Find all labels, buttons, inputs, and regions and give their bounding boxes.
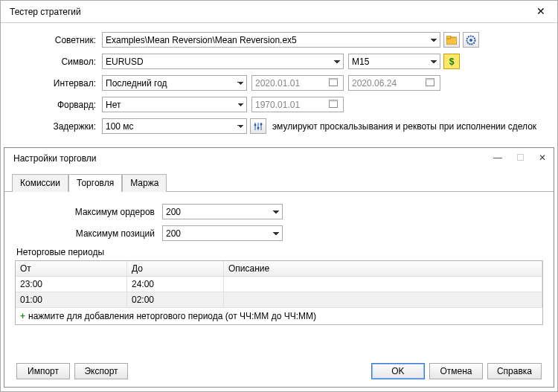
settings-titlebar: Настройки торговли — ☐ ✕ xyxy=(4,148,554,169)
svg-point-3 xyxy=(469,39,472,42)
titlebar: Тестер стратегий ✕ xyxy=(1,1,557,23)
symbol-label: Символ: xyxy=(14,57,102,67)
advisor-label: Советник: xyxy=(14,35,102,45)
add-period-row[interactable]: + нажмите для добавления неторгового пер… xyxy=(16,307,542,324)
col-from-header[interactable]: От xyxy=(16,261,127,276)
cancel-button[interactable]: Отмена xyxy=(429,363,483,379)
symbol-select[interactable]: EURUSD xyxy=(102,54,344,69)
trading-settings-window: Настройки торговли — ☐ ✕ Комиссии Торгов… xyxy=(4,147,554,388)
nontrading-label: Неторговые периоды xyxy=(16,247,543,257)
max-positions-select[interactable]: 200 xyxy=(162,225,283,241)
svg-point-14 xyxy=(257,126,260,129)
export-button[interactable]: Экспорт xyxy=(74,363,128,379)
tab-margin[interactable]: Маржа xyxy=(122,174,167,192)
delays-select[interactable]: 100 мс xyxy=(102,118,247,134)
tab-trading[interactable]: Торговля xyxy=(68,174,122,192)
window-title: Тестер стратегий xyxy=(10,7,81,17)
tab-commissions[interactable]: Комиссии xyxy=(12,174,68,192)
close-button[interactable]: ✕ xyxy=(531,148,554,169)
delays-label: Задержки: xyxy=(14,121,102,132)
date-from-input[interactable] xyxy=(251,75,344,91)
button-bar: Импорт Экспорт OK Отмена Справка xyxy=(16,363,542,379)
forward-date-input[interactable] xyxy=(251,97,344,112)
delays-hint: эмулируют проскальзывания и реквоты при … xyxy=(272,121,536,132)
forward-select[interactable]: Нет xyxy=(102,97,247,112)
table-row[interactable]: 23:00 24:00 xyxy=(16,276,542,292)
ok-button[interactable]: OK xyxy=(371,363,425,379)
max-positions-label: Максимум позиций xyxy=(15,228,162,239)
help-button[interactable]: Справка xyxy=(487,363,542,379)
trading-tab-content: Максимум ордеров 200 Максимум позиций 20… xyxy=(4,192,554,331)
svg-rect-1 xyxy=(446,36,451,39)
advisor-select[interactable]: Examples\Mean Reversion\Mean Reversion.e… xyxy=(102,32,440,48)
close-button[interactable]: ✕ xyxy=(524,1,557,23)
col-to-header[interactable]: До xyxy=(127,261,224,276)
interval-label: Интервал: xyxy=(14,78,102,89)
nontrading-table: От До Описание 23:00 24:00 01:00 02:00 +… xyxy=(15,260,543,325)
maximize-button[interactable]: ☐ xyxy=(509,148,531,169)
minimize-button[interactable]: — xyxy=(487,148,509,169)
table-row[interactable]: 01:00 02:00 xyxy=(16,292,542,307)
settings-tabs: Комиссии Торговля Маржа xyxy=(4,169,554,192)
tester-form: Советник: Examples\Mean Reversion\Mean R… xyxy=(1,23,557,146)
add-hint: нажмите для добавления неторгового перио… xyxy=(28,311,316,321)
max-orders-label: Максимум ордеров xyxy=(15,207,162,217)
col-desc-header[interactable]: Описание xyxy=(224,261,542,276)
timeframe-select[interactable]: M15 xyxy=(348,54,440,69)
import-button[interactable]: Импорт xyxy=(16,363,70,379)
svg-point-13 xyxy=(254,123,257,126)
plus-icon: + xyxy=(20,311,25,321)
folder-icon[interactable] xyxy=(443,32,460,48)
date-to-input[interactable] xyxy=(348,75,440,91)
currency-icon[interactable]: $ xyxy=(443,54,460,69)
forward-label: Форвард: xyxy=(14,100,102,110)
gear-icon[interactable] xyxy=(463,32,479,48)
sliders-icon[interactable] xyxy=(250,118,266,134)
svg-point-15 xyxy=(260,123,263,125)
settings-title: Настройки торговли xyxy=(13,153,96,164)
interval-select[interactable]: Последний год xyxy=(102,75,247,91)
max-orders-select[interactable]: 200 xyxy=(162,204,283,219)
